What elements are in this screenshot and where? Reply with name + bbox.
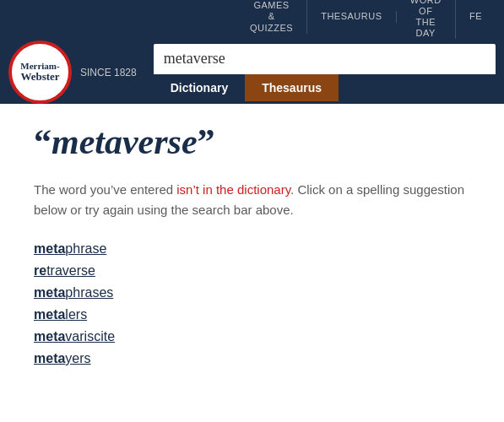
suggestions-list: metaphrase retraverse metaphrases metale… bbox=[34, 241, 470, 366]
nav-item-thesaurus[interactable]: THESAURUS bbox=[307, 11, 396, 22]
bold-part: re bbox=[34, 263, 46, 278]
not-found-highlight: isn’t in the dictionary bbox=[176, 182, 290, 197]
logo-circle[interactable]: Merriam- Webster bbox=[8, 41, 72, 104]
since-text: SINCE 1828 bbox=[80, 67, 137, 78]
not-found-before: The word you’ve entered bbox=[34, 182, 176, 197]
nav-item-games[interactable]: GAMES &QUIZZES bbox=[236, 0, 307, 34]
logo-webster: Webster bbox=[20, 71, 59, 83]
header: Merriam- Webster SINCE 1828 Dictionary T… bbox=[0, 34, 504, 104]
close-quote: ” bbox=[198, 122, 215, 161]
bold-part: meta bbox=[34, 351, 65, 365]
not-found-text: The word you’ve entered isn’t in the dic… bbox=[34, 180, 470, 220]
bold-part: meta bbox=[34, 285, 65, 300]
search-word-heading: “metaverse” bbox=[34, 121, 470, 163]
open-quote: “ bbox=[34, 122, 51, 161]
nav-items: GAMES &QUIZZES THESAURUS WORD OFTHE DAY … bbox=[236, 0, 496, 39]
list-item: metalers bbox=[34, 307, 470, 322]
search-area: Dictionary Thesaurus bbox=[154, 44, 496, 101]
list-item: retraverse bbox=[34, 263, 470, 279]
suggestion-link-metaphrase[interactable]: metaphrase bbox=[34, 241, 106, 256]
bold-part: meta bbox=[34, 307, 65, 322]
suggestion-link-metaphrases[interactable]: metaphrases bbox=[34, 285, 113, 300]
nav-item-word-of-day[interactable]: WORD OFTHE DAY bbox=[397, 0, 456, 39]
bold-part: meta bbox=[34, 241, 65, 256]
list-item: metayers bbox=[34, 351, 470, 366]
suggestion-link-retraverse[interactable]: retraverse bbox=[34, 263, 95, 278]
nav-item-fe[interactable]: FE bbox=[456, 11, 496, 22]
tab-thesaurus[interactable]: Thesaurus bbox=[245, 74, 339, 101]
tabs: Dictionary Thesaurus bbox=[154, 74, 496, 101]
suggestion-link-metayers[interactable]: metayers bbox=[34, 351, 91, 365]
search-input-wrapper bbox=[154, 44, 496, 74]
top-nav: GAMES &QUIZZES THESAURUS WORD OFTHE DAY … bbox=[0, 0, 504, 34]
logo-container: Merriam- Webster SINCE 1828 bbox=[8, 41, 137, 104]
suggestion-link-metalers[interactable]: metalers bbox=[34, 307, 87, 322]
logo-inner: Merriam- Webster bbox=[20, 61, 59, 83]
suggestion-link-metavariscite[interactable]: metavariscite bbox=[34, 329, 115, 344]
tab-dictionary[interactable]: Dictionary bbox=[154, 74, 245, 101]
list-item: metaphrases bbox=[34, 285, 470, 300]
heading-word: metaverse bbox=[51, 122, 198, 161]
list-item: metavariscite bbox=[34, 329, 470, 344]
main-content: “metaverse” The word you’ve entered isn’… bbox=[0, 104, 504, 398]
list-item: metaphrase bbox=[34, 241, 470, 257]
bold-part: meta bbox=[34, 329, 65, 344]
search-input[interactable] bbox=[154, 44, 496, 74]
